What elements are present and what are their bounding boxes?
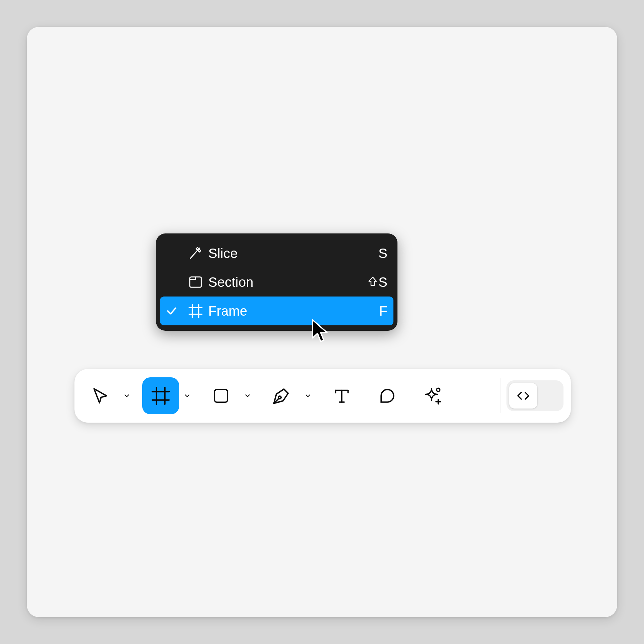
svg-rect-9 <box>215 389 227 402</box>
check-icon <box>161 304 183 318</box>
main-toolbar <box>74 369 571 423</box>
text-icon <box>332 386 351 405</box>
toolbar-divider <box>500 378 500 413</box>
menu-item-shortcut: S <box>378 246 388 261</box>
sparkle-icon <box>423 385 443 406</box>
chevron-down-icon <box>244 392 251 399</box>
menu-item-shortcut: F <box>379 304 388 319</box>
slice-icon <box>183 246 208 261</box>
dev-mode-toggle-knob <box>509 383 537 409</box>
menu-item-label: Slice <box>208 246 378 261</box>
move-tool-button[interactable] <box>82 377 119 414</box>
menu-item-label: Frame <box>208 304 379 319</box>
tool-dropdown-menu: Slice S Section S <box>156 233 397 331</box>
tool-group-move <box>82 377 133 414</box>
frame-tool-button[interactable] <box>142 377 179 414</box>
chevron-down-icon <box>123 392 130 399</box>
move-tool-chevron[interactable] <box>120 377 133 414</box>
canvas-area: Slice S Section S <box>27 27 617 617</box>
shape-tool-button[interactable] <box>203 377 239 414</box>
tool-group-pen <box>263 377 315 414</box>
ai-tool-button[interactable] <box>415 377 451 414</box>
frame-icon <box>151 386 171 406</box>
dev-mode-toggle[interactable] <box>506 380 564 411</box>
menu-item-slice[interactable]: Slice S <box>156 239 397 268</box>
dev-mode-toggle-wrap <box>506 380 564 411</box>
comment-tool-button[interactable] <box>369 377 406 414</box>
pen-tool-chevron[interactable] <box>301 377 315 414</box>
menu-item-frame[interactable]: Frame F <box>160 297 393 325</box>
code-icon <box>515 388 531 404</box>
pen-tool-button[interactable] <box>263 377 300 414</box>
shortcut-key: S <box>378 275 388 290</box>
tool-group-text <box>323 377 360 414</box>
comment-icon <box>378 386 397 405</box>
shape-tool-chevron[interactable] <box>241 377 254 414</box>
cursor-icon <box>91 386 110 405</box>
svg-point-11 <box>437 388 440 391</box>
section-icon <box>183 274 208 290</box>
text-tool-button[interactable] <box>323 377 360 414</box>
chevron-down-icon <box>304 392 312 399</box>
tool-group-comment <box>369 377 406 414</box>
menu-item-section[interactable]: Section S <box>156 268 397 297</box>
frame-icon <box>183 303 208 319</box>
pen-icon <box>271 386 291 406</box>
tool-group-ai <box>415 377 451 414</box>
shift-icon <box>368 276 378 288</box>
chevron-down-icon <box>183 392 191 399</box>
tool-group-frame <box>142 377 194 414</box>
tool-group-shape <box>203 377 254 414</box>
menu-item-label: Section <box>208 275 368 290</box>
menu-item-shortcut: S <box>368 275 388 290</box>
frame-tool-chevron[interactable] <box>180 377 194 414</box>
square-icon <box>212 387 230 405</box>
